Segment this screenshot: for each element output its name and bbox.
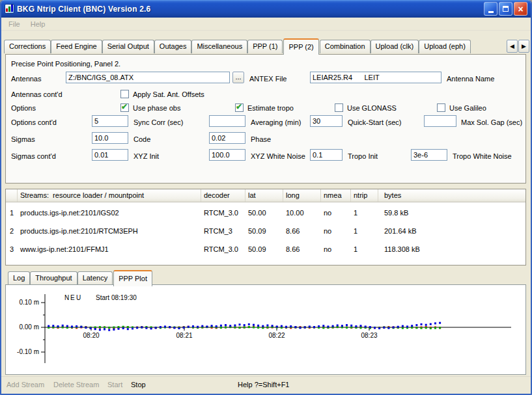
estimate-tropo-checkbox[interactable] <box>235 103 244 112</box>
sync-corr-input[interactable] <box>92 115 128 127</box>
cell-nmea: no <box>321 204 351 222</box>
xyz-init-label: XYZ Init <box>133 150 159 162</box>
sigma-phase-input[interactable] <box>209 132 245 144</box>
cell-long: 8.66 <box>283 240 321 258</box>
tab-serial-output[interactable]: Serial Output <box>102 40 154 53</box>
tropo-init-label: Tropo Init <box>348 150 378 162</box>
cell-decoder: RTCM_3.0 <box>201 240 245 258</box>
y-tick-label: 0.10 m <box>19 299 39 306</box>
cell-lat: 50.09 <box>245 222 283 240</box>
use-glonass-checkbox[interactable] <box>335 103 343 112</box>
tab-combination[interactable]: Combination <box>320 40 371 53</box>
use-phase-obs-checkbox[interactable] <box>120 103 129 112</box>
averaging-input[interactable] <box>209 115 245 127</box>
tab-log[interactable]: Log <box>8 271 30 285</box>
header-lat[interactable]: lat <box>245 189 283 202</box>
table-row[interactable]: 1 products.igs-ip.net:2101/IGS02 RTCM_3.… <box>6 204 525 222</box>
cell-ntrip: 1 <box>351 204 378 222</box>
window-title: BKG Ntrip Client (BNC) Version 2.6 <box>17 5 484 14</box>
start-button[interactable]: Start <box>107 381 122 388</box>
panel-title: Precise Point Positioning, Panel 2. <box>11 60 120 68</box>
delete-stream-button[interactable]: Delete Stream <box>53 381 99 388</box>
apply-sat-ant-offsets-checkbox[interactable] <box>120 90 129 98</box>
quick-start-label: Quick-Start (sec) <box>348 116 402 128</box>
use-glonass-label: Use GLONASS <box>347 102 397 114</box>
sigma-code-input[interactable] <box>92 132 128 144</box>
cell-bytes: 118.308 kB <box>378 240 525 258</box>
tab-throughput[interactable]: Throughput <box>30 271 77 285</box>
max-sol-gap-input[interactable] <box>424 115 456 127</box>
tab-outages[interactable]: Outages <box>154 40 192 53</box>
antenna-name-input[interactable] <box>310 72 441 83</box>
antenna-name-label: Antenna Name <box>447 73 494 85</box>
tab-upload-eph[interactable]: Upload (eph) <box>419 40 471 53</box>
header-decoder[interactable]: decoder <box>201 189 245 202</box>
header-long[interactable]: long <box>283 189 321 202</box>
window-controls: × <box>484 2 527 16</box>
table-row[interactable]: 2 products.igs-ip.net:2101/RTCM3EPH RTCM… <box>6 222 525 240</box>
row-number[interactable]: 2 <box>6 222 18 240</box>
header-nmea[interactable]: nmea <box>321 189 351 202</box>
help-shortcut-label: Help ?=Shift+F1 <box>238 381 290 388</box>
tab-scroll-right-button[interactable]: ▶ <box>518 40 529 53</box>
add-stream-button[interactable]: Add Stream <box>7 381 44 388</box>
row-number[interactable]: 3 <box>6 240 18 258</box>
minimize-button[interactable] <box>484 2 497 16</box>
cell-mountpoint: products.igs-ip.net:2101/RTCM3EPH <box>18 222 201 240</box>
header-bytes[interactable]: bytes <box>378 189 525 202</box>
quick-start-input[interactable] <box>310 115 343 127</box>
xyz-white-noise-input[interactable] <box>209 149 245 161</box>
ppp-panel-2: Precise Point Positioning, Panel 2. Ante… <box>5 54 526 184</box>
antex-browse-button[interactable]: ... <box>232 72 244 83</box>
row-number[interactable]: 1 <box>6 204 18 222</box>
minimize-icon <box>488 11 494 13</box>
xyz-init-input[interactable] <box>92 149 128 161</box>
use-phase-obs-label: Use phase obs <box>133 102 180 114</box>
table-row[interactable]: 3 www.igs-ip.net:2101/FFMJ1 RTCM_3.0 50.… <box>6 240 525 258</box>
tab-feed-engine[interactable]: Feed Engine <box>51 40 102 53</box>
title-bar[interactable]: BKG Ntrip Client (BNC) Version 2.6 × <box>0 0 532 18</box>
maximize-button[interactable] <box>499 2 512 16</box>
menu-help[interactable]: Help <box>26 19 50 29</box>
x-tick-label: 08:22 <box>268 332 285 339</box>
tropo-white-noise-input[interactable] <box>411 149 447 161</box>
status-bar: Add Stream Delete Stream Start Stop Help… <box>1 376 531 392</box>
header-ntrip[interactable]: ntrip <box>351 189 378 202</box>
tab-miscellaneous[interactable]: Miscellaneous <box>191 40 247 53</box>
tropo-white-noise-label: Tropo White Noise <box>453 150 512 162</box>
tab-ppp-1[interactable]: PPP (1) <box>247 40 283 53</box>
tab-ppp-2[interactable]: PPP (2) <box>283 38 318 55</box>
header-mountpoint[interactable]: Streams: resource loader / mountpoint <box>18 189 201 202</box>
options-label: Options <box>11 102 36 114</box>
legend-e: E <box>70 294 75 301</box>
tab-ppp-plot[interactable]: PPP Plot <box>113 270 152 286</box>
cell-bytes: 201.64 kB <box>378 222 525 240</box>
cell-nmea: no <box>321 240 351 258</box>
y-tick-label: 0.00 m <box>19 323 39 331</box>
streams-table: Streams: resource loader / mountpoint de… <box>5 189 526 266</box>
app-icon-bar-red <box>6 8 8 12</box>
tab-upload-clk[interactable]: Upload (clk) <box>371 40 419 53</box>
apply-sat-ant-offsets-label: Apply Sat. Ant. Offsets <box>133 89 204 100</box>
y-tick-label: -0.10 m <box>17 348 39 355</box>
tropo-init-input[interactable] <box>310 149 343 161</box>
tab-latency[interactable]: Latency <box>77 271 113 285</box>
sigma-phase-label: Phase <box>251 133 271 145</box>
corner-header-cell <box>6 189 18 202</box>
app-window: BKG Ntrip Client (BNC) Version 2.6 × Fil… <box>0 0 532 395</box>
tab-corrections[interactable]: Corrections <box>4 40 51 53</box>
streams-table-header: Streams: resource loader / mountpoint de… <box>6 189 525 202</box>
use-galileo-label: Use Galileo <box>449 102 486 114</box>
stop-button[interactable]: Stop <box>131 381 146 388</box>
cell-mountpoint: www.igs-ip.net:2101/FFMJ1 <box>18 240 201 258</box>
ppp-plot-panel: 0.10 m 0.00 m -0.10 m 08:20 08:21 08:22 … <box>5 284 526 375</box>
antex-file-input[interactable] <box>66 72 230 83</box>
sigmas-contd-label: Sigmas cont'd <box>11 150 56 162</box>
menu-file[interactable]: File <box>4 19 25 29</box>
cell-ntrip: 1 <box>351 222 378 240</box>
antennas-contd-label: Antennas cont'd <box>11 89 63 100</box>
tab-scroll-left-button[interactable]: ◀ <box>507 40 518 53</box>
use-galileo-checkbox[interactable] <box>437 103 445 112</box>
cell-decoder: RTCM_3 <box>201 222 245 240</box>
close-button[interactable]: × <box>514 2 527 16</box>
